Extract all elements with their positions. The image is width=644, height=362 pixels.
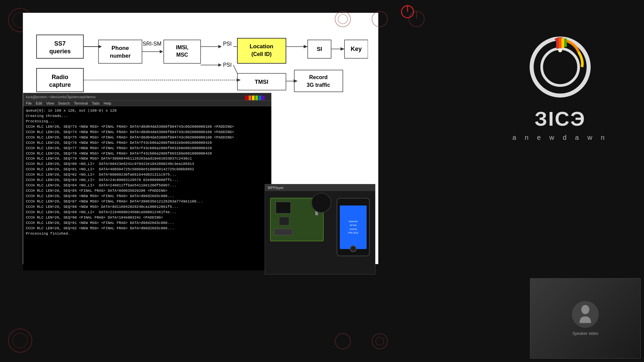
svg-text:Record: Record: [309, 74, 328, 80]
svg-point-3: [13, 333, 28, 348]
svg-text:Location: Location: [250, 43, 273, 50]
main-slide: SS7 queries Radio capture Phone number S…: [23, 13, 378, 264]
svg-text:queries: queries: [49, 48, 71, 55]
svg-marker-34: [304, 45, 308, 48]
svg-text:Radio: Radio: [52, 74, 68, 80]
terminal-titlebar: luca@proton:~/dev/umts/3gintercept/demo: [23, 93, 271, 101]
svg-text:PSI: PSI: [223, 41, 232, 47]
svg-point-64: [335, 334, 351, 349]
eice-logo-text: ЗICЭ: [493, 107, 627, 130]
svg-marker-19: [160, 50, 163, 53]
svg-text:capture: capture: [49, 81, 71, 88]
deco-icon-bm: [371, 332, 389, 352]
svg-text:TMSI: TMSI: [255, 79, 268, 85]
svg-point-60: [338, 14, 347, 24]
svg-text:PSI: PSI: [223, 62, 232, 68]
svg-rect-55: [561, 38, 564, 48]
speaker-avatar: [572, 301, 599, 328]
svg-text:(Cell ID): (Cell ID): [251, 51, 271, 57]
svg-text:Phone: Phone: [112, 45, 129, 51]
eice-power-icon: [527, 34, 594, 101]
hardware-title: MPPlayer: [268, 186, 284, 190]
svg-rect-56: [564, 39, 567, 47]
svg-text:MSC: MSC: [176, 52, 188, 58]
deco-bottom-left: [7, 327, 34, 355]
svg-text:SI: SI: [317, 46, 322, 52]
terminal-title: luca@proton:~/dev/umts/3gintercept/demo: [26, 95, 96, 99]
svg-text:IMSI,: IMSI,: [176, 45, 188, 50]
deco-icon-1: [334, 10, 352, 30]
small-device: [311, 193, 331, 213]
svg-point-52: [542, 49, 579, 85]
phone-device: Inserirela tuanuovaPIN 3G2: [336, 198, 370, 256]
svg-marker-24: [218, 45, 222, 48]
speaker-label: Speaker video: [573, 331, 598, 336]
svg-marker-27: [218, 63, 222, 67]
hardware-photo: MPPlayer Inserirela tuanuovaPIN 3G: [265, 184, 375, 275]
color-bar: [245, 95, 265, 101]
eice-logo-area: ЗICЭ a n e w d a w n: [493, 27, 627, 141]
phone-screen: Inserirela tuanuovaPIN 3G2: [340, 205, 367, 249]
deco-icon-2: [371, 10, 389, 30]
menu-search[interactable]: Search: [58, 101, 70, 105]
svg-rect-29: [237, 38, 286, 63]
deco-icon-bl: [334, 332, 352, 352]
menu-view[interactable]: View: [46, 101, 54, 105]
speaker-background: Speaker video: [530, 279, 640, 358]
svg-text:Key: Key: [351, 46, 362, 52]
svg-point-61: [372, 11, 387, 27]
svg-line-43: [233, 65, 237, 73]
terminal-window: luca@proton:~/dev/umts/3gintercept/demo …: [23, 93, 271, 270]
menu-tabs[interactable]: Tabs: [92, 101, 100, 105]
menu-edit[interactable]: Edit: [36, 101, 42, 105]
diagram-area: SS7 queries Radio capture Phone number S…: [23, 13, 378, 94]
svg-rect-12: [99, 40, 142, 63]
svg-text:SS7: SS7: [54, 40, 66, 47]
eice-tagline: a n e w d a w n: [493, 134, 627, 141]
speaker-video: Speaker video: [530, 278, 641, 359]
svg-rect-54: [559, 38, 561, 49]
svg-text:SRI-SM: SRI-SM: [143, 41, 161, 47]
hardware-titlebar: MPPlayer: [265, 184, 375, 191]
svg-marker-38: [340, 47, 344, 51]
svg-text:number: number: [110, 53, 131, 59]
svg-point-67: [581, 305, 589, 314]
menu-file[interactable]: File: [26, 101, 32, 105]
phone-home-button: [350, 245, 357, 252]
svg-rect-53: [556, 39, 559, 49]
flow-diagram: SS7 queries Radio capture Phone number S…: [33, 20, 368, 97]
phone-screen-text: Inserirela tuanuovaPIN 3G2: [348, 220, 359, 235]
svg-point-59: [335, 11, 351, 27]
svg-text:3G traffic: 3G traffic: [307, 82, 330, 88]
svg-point-66: [376, 337, 384, 345]
terminal-content: queue[0]: in 168 x 128, out (168-0) x 12…: [23, 106, 271, 239]
svg-point-65: [372, 334, 387, 349]
terminal-menu[interactable]: File Edit View Search Terminal Tabs Help: [23, 101, 271, 106]
svg-rect-46: [294, 70, 343, 92]
svg-point-2: [8, 329, 32, 352]
menu-terminal[interactable]: Terminal: [74, 101, 88, 105]
svg-point-58: [559, 49, 561, 51]
menu-help[interactable]: Help: [104, 101, 111, 105]
deco-icon-3: [408, 10, 426, 30]
